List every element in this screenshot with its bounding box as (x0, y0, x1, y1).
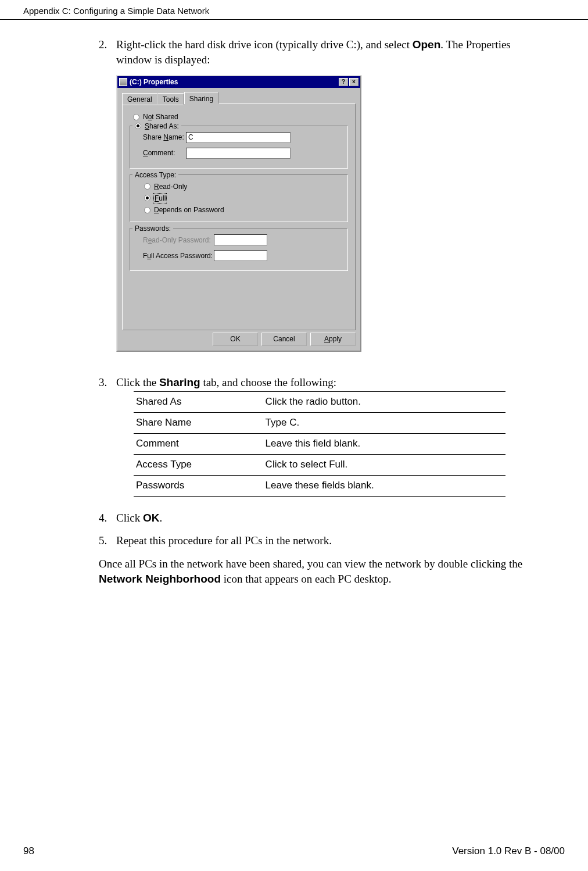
tab-tools[interactable]: Tools (157, 93, 184, 105)
radio-icon (144, 195, 150, 201)
header-title: Appendix C: Configuring a Simple Data Ne… (23, 6, 209, 16)
radio-label: Depends on Password (154, 205, 224, 215)
step-number: 2. (99, 37, 116, 67)
full-password-row: Full Access Password: (135, 250, 343, 261)
step-text: Repeat this procedure for all PCs in the… (116, 533, 536, 548)
full-password-label: Full Access Password: (135, 251, 214, 260)
ro-password-input (214, 234, 267, 245)
radio-label: Shared As: (145, 122, 179, 131)
passwords-group: Passwords: Read-Only Password: Full Acce… (130, 228, 348, 271)
apply-button[interactable]: Apply (310, 333, 356, 346)
page-content: 2. Right-click the hard disk drive icon … (0, 20, 588, 586)
step-2: 2. Right-click the hard disk drive icon … (99, 37, 536, 67)
titlebar[interactable]: (C:) Properties ? × (117, 76, 360, 88)
cancel-button[interactable]: Cancel (261, 333, 307, 346)
properties-dialog: (C:) Properties ? × General Tools Sharin… (116, 75, 361, 352)
ok-button[interactable]: OK (213, 333, 258, 346)
closing-paragraph: Once all PCs in the network have been sh… (99, 556, 536, 586)
radio-shared-as[interactable]: Shared As: (132, 122, 181, 131)
comment-input[interactable] (186, 148, 291, 159)
settings-table: Shared AsClick the radio button. Share N… (134, 391, 505, 497)
access-type-group: Access Type: Read-Only Full Depends on P… (130, 174, 348, 223)
step-number: 4. (99, 511, 116, 526)
tab-strip: General Tools Sharing (122, 91, 356, 104)
radio-icon (133, 114, 139, 120)
share-name-label: Share Name: (135, 133, 186, 142)
window-title: (C:) Properties (130, 77, 178, 87)
table-row: Share NameType C. (134, 413, 505, 433)
access-type-legend: Access Type: (132, 170, 178, 180)
tab-sharing[interactable]: Sharing (184, 92, 218, 104)
table-row: CommentLeave this field blank. (134, 434, 505, 454)
step-4: 4. Click OK. (99, 511, 536, 526)
step-text: Click the Sharing tab, and choose the fo… (116, 375, 536, 502)
tab-general[interactable]: General (122, 93, 157, 105)
radio-icon (135, 123, 141, 129)
radio-full[interactable]: Full (144, 194, 343, 203)
help-button[interactable]: ? (339, 78, 348, 86)
comment-label: Comment: (135, 148, 186, 158)
dialog-body: General Tools Sharing Not Shared Shared … (117, 88, 360, 351)
radio-icon (144, 207, 150, 213)
page-header: Appendix C: Configuring a Simple Data Ne… (0, 0, 588, 20)
radio-depends[interactable]: Depends on Password (144, 205, 343, 215)
step-number: 3. (99, 375, 116, 502)
shared-as-group: Shared As: Share Name: Comment: (130, 126, 348, 169)
step-5: 5. Repeat this procedure for all PCs in … (99, 533, 536, 548)
tab-panel-sharing: Not Shared Shared As: Share Name: Commen… (122, 103, 356, 330)
table-row: Shared AsClick the radio button. (134, 392, 505, 412)
close-button[interactable]: × (349, 78, 358, 86)
radio-label: Read-Only (154, 182, 187, 191)
drive-icon (119, 78, 127, 86)
radio-not-shared[interactable]: Not Shared (133, 112, 348, 122)
ro-password-label: Read-Only Password: (135, 235, 214, 245)
page-number: 98 (23, 845, 34, 857)
radio-label: Not Shared (143, 112, 178, 122)
step-number: 5. (99, 533, 116, 548)
passwords-legend: Passwords: (132, 224, 173, 233)
ro-password-row: Read-Only Password: (135, 234, 343, 245)
comment-row: Comment: (135, 148, 343, 159)
full-password-input[interactable] (214, 250, 267, 261)
version-string: Version 1.0 Rev B - 08/00 (452, 845, 565, 857)
step-3: 3. Click the Sharing tab, and choose the… (99, 375, 536, 502)
radio-label: Full (154, 194, 166, 203)
share-name-row: Share Name: (135, 132, 343, 143)
step-text: Click OK. (116, 511, 536, 526)
radio-read-only[interactable]: Read-Only (144, 182, 343, 191)
radio-icon (144, 183, 150, 190)
dialog-buttons: OK Cancel Apply (122, 333, 356, 346)
table-row: Access TypeClick to select Full. (134, 455, 505, 475)
table-row: PasswordsLeave these fields blank. (134, 476, 505, 496)
step-text: Right-click the hard disk drive icon (ty… (116, 37, 536, 67)
share-name-input[interactable] (186, 132, 291, 143)
